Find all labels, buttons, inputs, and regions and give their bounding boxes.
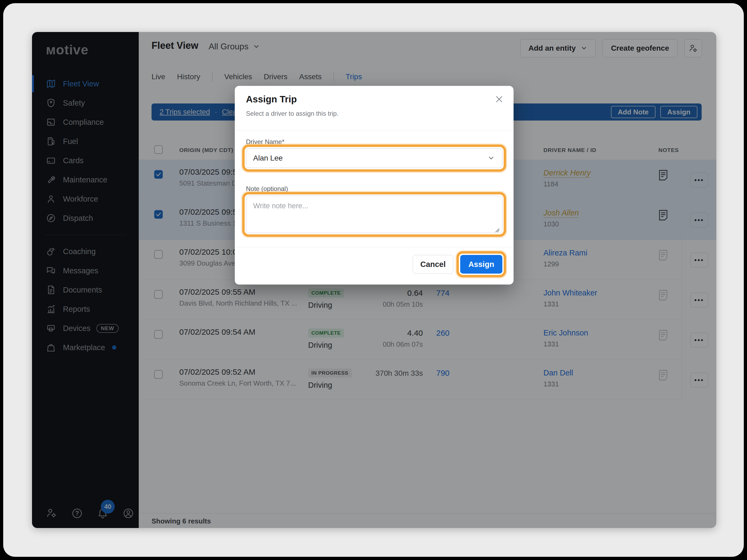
close-icon[interactable] [493,93,505,105]
modal-title: Assign Trip [246,94,297,105]
note-input[interactable] [246,196,503,233]
assign-button[interactable]: Assign [460,255,503,274]
driver-select-value: Alan Lee [253,154,487,162]
app-window: мotive Fleet View Safety Compliance Fuel… [32,32,716,528]
modal-subtitle: Select a driver to assign this trip. [246,110,339,117]
modal-footer: Cancel Assign [413,255,503,274]
driver-name-label: Driver Name* [246,138,284,145]
note-label: Note (optional) [246,185,288,192]
assign-trip-modal: Assign Trip Select a driver to assign th… [235,86,514,285]
driver-select[interactable]: Alan Lee [246,148,503,168]
cancel-button[interactable]: Cancel [413,255,453,274]
chevron-down-icon [487,154,495,162]
